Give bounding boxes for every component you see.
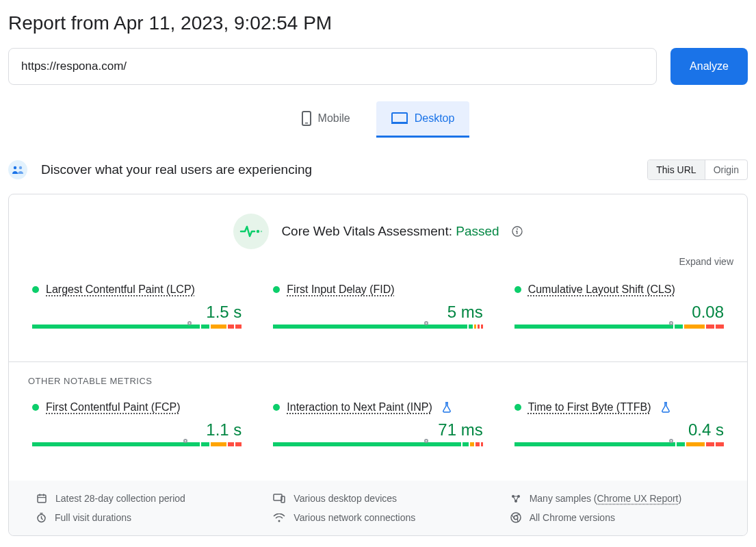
- crux-link[interactable]: Chrome UX Report: [597, 493, 678, 504]
- phone-icon: [302, 111, 311, 126]
- svg-point-6: [257, 230, 259, 233]
- assessment-text: Core Web Vitals Assessment: Passed: [281, 224, 499, 239]
- metric-inp: Interaction to Next Paint (INP) 71 ms: [273, 401, 482, 446]
- metric-cls-bar: [514, 325, 724, 329]
- metric-inp-bar: [273, 442, 482, 446]
- metric-fid: First Input Delay (FID) 5 ms: [273, 283, 482, 329]
- metric-cls: Cumulative Layout Shift (CLS) 0.08: [514, 283, 724, 329]
- assessment-status: Passed: [456, 224, 499, 238]
- samples-icon: [510, 494, 521, 503]
- metric-lcp: Largest Contentful Paint (LCP) 1.5 s: [32, 283, 242, 329]
- tab-desktop-label: Desktop: [415, 112, 455, 125]
- stopwatch-icon: [36, 512, 47, 523]
- metric-lcp-name[interactable]: Largest Contentful Paint (LCP): [46, 283, 195, 296]
- metric-cls-marker: [669, 321, 673, 325]
- users-icon: [8, 160, 27, 179]
- svg-rect-3: [391, 123, 408, 124]
- experimental-icon: [442, 402, 452, 413]
- metric-ttfb-name[interactable]: Time to First Byte (TTFB): [528, 401, 651, 414]
- desktop-icon: [391, 112, 408, 125]
- metric-ttfb-marker: [669, 439, 673, 443]
- metric-inp-value: 71 ms: [273, 420, 482, 440]
- status-dot-icon: [273, 286, 280, 293]
- status-dot-icon: [32, 404, 39, 411]
- metric-fcp-marker: [183, 439, 187, 443]
- metric-fid-value: 5 ms: [273, 303, 482, 322]
- scope-segmented: This URL Origin: [647, 160, 748, 180]
- other-metrics-label: OTHER NOTABLE METRICS: [28, 376, 733, 386]
- footer-info: Latest 28-day collection period Various …: [9, 481, 747, 535]
- status-dot-icon: [514, 404, 521, 411]
- svg-rect-16: [274, 494, 282, 500]
- metric-lcp-value: 1.5 s: [32, 303, 242, 322]
- wifi-icon: [273, 513, 285, 522]
- svg-rect-14: [40, 494, 41, 496]
- url-input[interactable]: [8, 48, 657, 85]
- svg-rect-15: [43, 494, 44, 496]
- divider: [9, 361, 747, 362]
- svg-rect-13: [38, 497, 46, 498]
- experimental-icon: [661, 402, 670, 413]
- metric-inp-marker: [424, 439, 428, 443]
- tab-mobile[interactable]: Mobile: [287, 101, 365, 138]
- metric-cls-value: 0.08: [514, 303, 724, 322]
- metric-fcp-bar: [32, 442, 242, 446]
- metric-fid-marker: [424, 321, 428, 325]
- pulse-icon: [233, 214, 269, 249]
- tab-desktop[interactable]: Desktop: [376, 101, 470, 138]
- discover-heading: Discover what your real users are experi…: [41, 162, 312, 177]
- chrome-icon: [510, 512, 521, 523]
- metric-lcp-marker: [187, 321, 192, 325]
- svg-point-7: [261, 231, 262, 232]
- status-dot-icon: [32, 286, 39, 293]
- devices-icon: [273, 494, 285, 503]
- svg-point-5: [19, 166, 22, 169]
- footer-versions: All Chrome versions: [530, 512, 615, 523]
- metric-ttfb: Time to First Byte (TTFB) 0.4 s: [514, 401, 724, 446]
- calendar-icon: [36, 493, 47, 504]
- metric-cls-name[interactable]: Cumulative Layout Shift (CLS): [528, 283, 675, 296]
- svg-point-23: [278, 520, 281, 522]
- device-tabs: Mobile Desktop: [8, 101, 748, 138]
- svg-rect-1: [305, 123, 308, 124]
- svg-rect-22: [40, 513, 43, 514]
- svg-rect-11: [517, 231, 517, 234]
- footer-devices: Various desktop devices: [294, 493, 397, 504]
- metric-ttfb-bar: [514, 442, 724, 446]
- svg-rect-12: [38, 495, 46, 503]
- status-dot-icon: [273, 404, 280, 411]
- analyze-button[interactable]: Analyze: [670, 48, 748, 85]
- metric-fid-name[interactable]: First Input Delay (FID): [287, 283, 394, 296]
- metric-fid-bar: [273, 325, 482, 329]
- metric-fcp: First Contentful Paint (FCP) 1.1 s: [32, 401, 242, 446]
- metric-fcp-value: 1.1 s: [32, 420, 242, 440]
- scope-this-url[interactable]: This URL: [648, 160, 704, 179]
- svg-rect-17: [281, 496, 285, 503]
- metric-lcp-bar: [32, 325, 242, 329]
- footer-samples: Many samples (Chrome UX Report): [530, 493, 682, 504]
- svg-point-9: [517, 229, 518, 230]
- status-dot-icon: [514, 286, 521, 293]
- metric-fcp-name[interactable]: First Contentful Paint (FCP): [46, 401, 181, 414]
- metric-inp-name[interactable]: Interaction to Next Paint (INP): [287, 401, 432, 414]
- footer-period: Latest 28-day collection period: [55, 493, 185, 504]
- vitals-panel: Core Web Vitals Assessment: Passed Expan…: [8, 194, 748, 536]
- footer-network: Various network connections: [294, 512, 415, 523]
- svg-rect-2: [392, 113, 407, 123]
- svg-point-4: [14, 166, 16, 169]
- footer-durations: Full visit durations: [55, 512, 131, 523]
- scope-origin[interactable]: Origin: [705, 160, 747, 179]
- tab-mobile-label: Mobile: [318, 112, 350, 125]
- expand-view-link[interactable]: Expand view: [23, 256, 733, 267]
- page-title: Report from Apr 11, 2023, 9:02:54 PM: [8, 12, 748, 34]
- info-icon[interactable]: [512, 226, 523, 237]
- metric-ttfb-value: 0.4 s: [514, 420, 724, 440]
